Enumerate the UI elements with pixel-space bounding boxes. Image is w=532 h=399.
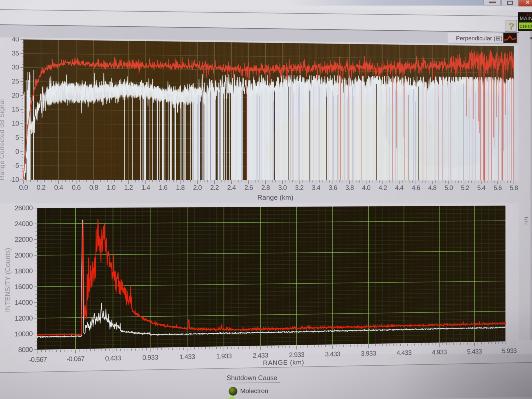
svg-text:RANGE (km): RANGE (km) (263, 359, 304, 367)
svg-text:5.2: 5.2 (461, 184, 469, 191)
svg-text:0.4: 0.4 (54, 184, 63, 191)
svg-text:INTENSITY (Counts): INTENSITY (Counts) (4, 248, 12, 312)
svg-text:8000: 8000 (18, 346, 32, 354)
svg-text:0.0: 0.0 (19, 184, 28, 191)
svg-text:3.0: 3.0 (278, 184, 287, 191)
svg-text:12000: 12000 (15, 314, 32, 322)
svg-text:16000: 16000 (15, 283, 32, 291)
svg-text:15: 15 (12, 106, 19, 113)
svg-text:3.2: 3.2 (295, 184, 303, 191)
svg-text:2.2: 2.2 (210, 184, 219, 191)
svg-text:4.0: 4.0 (362, 184, 370, 191)
svg-text:Range Corrected dB Signal: Range Corrected dB Signal (0, 99, 5, 180)
svg-text:2.4: 2.4 (227, 184, 236, 191)
svg-text:-0.067: -0.067 (67, 355, 84, 363)
svg-text:2.433: 2.433 (253, 352, 268, 359)
svg-text:4.933: 4.933 (432, 348, 447, 356)
svg-text:4.433: 4.433 (396, 349, 412, 357)
svg-text:26000: 26000 (15, 204, 32, 212)
svg-text:5.933: 5.933 (502, 347, 517, 355)
svg-text:1.4: 1.4 (141, 184, 150, 191)
svg-text:0: 0 (15, 148, 19, 155)
svg-text:Range (km): Range (km) (257, 194, 293, 201)
svg-text:4.8: 4.8 (428, 184, 437, 191)
svg-text:0.933: 0.933 (142, 354, 158, 361)
svg-text:2.933: 2.933 (289, 351, 304, 358)
svg-text:4.2: 4.2 (379, 184, 387, 191)
svg-text:0.6: 0.6 (72, 184, 81, 191)
svg-text:0.8: 0.8 (89, 184, 98, 191)
svg-text:-0.567: -0.567 (29, 356, 47, 363)
svg-text:0.433: 0.433 (105, 355, 121, 362)
svg-text:2.6: 2.6 (244, 184, 253, 191)
svg-text:20: 20 (12, 92, 19, 99)
svg-text:10000: 10000 (15, 330, 32, 338)
svg-text:18000: 18000 (15, 267, 32, 275)
svg-text:30: 30 (12, 63, 19, 71)
svg-text:3.433: 3.433 (325, 350, 340, 358)
svg-text:10: 10 (12, 120, 19, 127)
svg-text:5.6: 5.6 (494, 184, 502, 191)
svg-text:4.4: 4.4 (395, 184, 404, 191)
svg-text:2.0: 2.0 (193, 184, 202, 191)
svg-text:2.8: 2.8 (261, 184, 270, 191)
svg-text:1.0: 1.0 (107, 184, 115, 191)
svg-text:-10: -10 (10, 176, 19, 183)
svg-text:5.4: 5.4 (477, 184, 485, 191)
svg-text:-5: -5 (13, 162, 19, 169)
svg-text:3.6: 3.6 (329, 184, 337, 191)
svg-text:3.4: 3.4 (312, 184, 320, 191)
svg-text:1.933: 1.933 (216, 352, 232, 360)
svg-text:1.6: 1.6 (159, 184, 167, 191)
svg-text:5.433: 5.433 (467, 348, 482, 355)
svg-text:20000: 20000 (15, 252, 32, 259)
svg-text:22000: 22000 (15, 236, 32, 243)
svg-text:24000: 24000 (15, 220, 32, 228)
svg-text:5.8: 5.8 (510, 184, 518, 191)
svg-text:1.8: 1.8 (176, 184, 185, 191)
svg-text:40: 40 (12, 37, 19, 43)
svg-text:3.933: 3.933 (361, 350, 376, 357)
svg-text:5: 5 (15, 134, 19, 141)
svg-text:14000: 14000 (15, 299, 32, 306)
svg-text:1.2: 1.2 (124, 184, 133, 191)
svg-text:3.8: 3.8 (345, 184, 354, 191)
svg-text:25: 25 (12, 77, 19, 85)
svg-text:0.2: 0.2 (37, 184, 45, 191)
svg-text:5.0: 5.0 (445, 184, 453, 191)
svg-text:1.433: 1.433 (179, 353, 195, 361)
svg-text:4.6: 4.6 (412, 184, 420, 191)
svg-text:35: 35 (12, 50, 19, 57)
